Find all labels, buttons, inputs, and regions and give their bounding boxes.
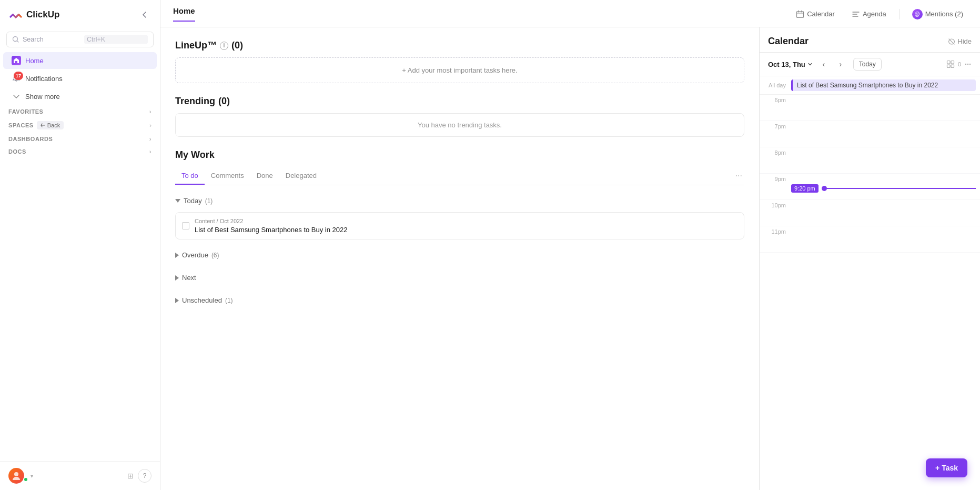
spaces-section[interactable]: SPACES Back ›	[0, 118, 160, 133]
spaces-back-label: Back	[47, 122, 60, 128]
time-label-8pm: 8pm	[760, 147, 791, 173]
collapse-sidebar-button[interactable]	[138, 8, 151, 22]
unscheduled-section-header[interactable]: Unscheduled (1)	[175, 293, 744, 307]
user-status-dot	[23, 477, 28, 482]
svg-point-7	[965, 64, 966, 65]
tab-todo-label: To do	[181, 172, 198, 179]
page-title: Home	[173, 6, 195, 22]
agenda-icon	[852, 10, 860, 18]
trending-section-title: Trending (0)	[175, 96, 744, 107]
sidebar-item-notifications[interactable]: 17 Notifications	[3, 70, 157, 87]
all-day-event[interactable]: List of Best Samsung Smartphones to Buy …	[791, 79, 976, 91]
content-area: LineUp™ i (0) + Add your most important …	[160, 27, 980, 490]
calendar-body: All day List of Best Samsung Smartphones…	[760, 76, 980, 490]
search-placeholder: Search	[23, 36, 81, 43]
tab-more-button[interactable]: ···	[733, 167, 744, 185]
overdue-section-header[interactable]: Overdue (6)	[175, 248, 744, 262]
lineup-count: (0)	[231, 40, 243, 51]
lineup-section-title: LineUp™ i (0)	[175, 40, 744, 51]
all-day-label: All day	[760, 82, 791, 88]
lineup-add-tasks[interactable]: + Add your most important tasks here.	[175, 57, 744, 83]
user-avatar[interactable]	[8, 468, 24, 484]
show-more-label: Show more	[25, 93, 60, 101]
task-checkbox[interactable]	[182, 222, 189, 229]
back-icon	[41, 123, 46, 128]
cal-date-chevron	[807, 61, 813, 67]
cal-today-label: Today	[859, 61, 876, 68]
tab-delegated[interactable]: Delegated	[279, 167, 323, 185]
time-slot-11pm: 11pm	[760, 226, 980, 253]
cal-more-icon[interactable]	[964, 61, 972, 68]
calendar-panel-title: Calendar	[768, 36, 809, 47]
svg-point-1	[14, 472, 18, 476]
calendar-panel: Calendar Hide Oct 13, Thu ‹ ›	[759, 27, 980, 490]
current-time-indicator: 9:20 pm	[791, 184, 976, 193]
favorites-section[interactable]: FAVORITES ›	[0, 105, 160, 118]
spaces-chevron: ›	[149, 122, 151, 128]
time-label-9pm: 9pm	[760, 174, 791, 199]
time-label-6pm: 6pm	[760, 95, 791, 121]
svg-rect-4	[951, 61, 954, 64]
next-section-header[interactable]: Next	[175, 271, 744, 285]
collapse-icon	[141, 11, 148, 18]
notifications-badge: 17	[14, 72, 23, 80]
calendar-hide-button[interactable]: Hide	[948, 37, 972, 45]
calendar-panel-header: Calendar Hide	[760, 27, 980, 53]
task-path: Content / Oct 2022	[195, 218, 737, 224]
search-shortcut: Ctrl+K	[84, 35, 148, 44]
svg-rect-5	[947, 65, 950, 68]
docs-section[interactable]: DOCS ›	[0, 145, 160, 158]
calendar-button[interactable]: Calendar	[792, 8, 839, 21]
time-label-10pm: 10pm	[760, 200, 791, 226]
avatar-dropdown-chevron[interactable]: ▾	[31, 473, 33, 479]
overdue-label: Overdue	[182, 251, 208, 259]
tab-comments-label: Comments	[211, 172, 244, 179]
overdue-expand-icon	[175, 253, 179, 258]
tab-comments[interactable]: Comments	[205, 167, 250, 185]
sidebar-item-show-more[interactable]: Show more	[3, 88, 157, 105]
agenda-button[interactable]: Agenda	[847, 8, 891, 21]
slot-content-11pm	[791, 226, 976, 252]
tab-todo[interactable]: To do	[175, 167, 205, 185]
slot-content-9pm: 9:20 pm	[791, 174, 976, 199]
add-task-fab[interactable]: + Task	[926, 458, 967, 477]
help-button[interactable]: ?	[138, 469, 151, 483]
page-title-wrap: Home	[173, 6, 195, 27]
task-item[interactable]: Content / Oct 2022 List of Best Samsung …	[175, 212, 744, 239]
time-slot-10pm: 10pm	[760, 200, 980, 226]
topbar-right: Calendar Agenda @ Mentions (2)	[792, 7, 967, 27]
search-bar[interactable]: Search Ctrl+K	[6, 32, 154, 47]
time-label-11pm: 11pm	[760, 226, 791, 252]
calendar-icon	[796, 10, 804, 18]
spaces-back-button[interactable]: Back	[37, 121, 64, 129]
apps-grid-icon[interactable]: ⊞	[127, 472, 134, 480]
overdue-section: Overdue (6)	[175, 248, 744, 262]
today-section-header[interactable]: Today (1)	[175, 194, 744, 208]
tab-done-label: Done	[257, 172, 273, 179]
calendar-btn-label: Calendar	[807, 10, 835, 18]
calendar-current-date[interactable]: Oct 13, Thu	[768, 61, 813, 68]
mentions-btn-label: Mentions (2)	[925, 10, 963, 18]
notifications-icon-wrap: 17	[12, 74, 21, 83]
cal-today-button[interactable]: Today	[853, 58, 882, 71]
tab-done[interactable]: Done	[250, 167, 279, 185]
logo: ClickUp	[8, 7, 59, 22]
unscheduled-label: Unscheduled	[182, 296, 222, 304]
task-title: List of Best Samsung Smartphones to Buy …	[195, 226, 737, 234]
current-time-label: 9:20 pm	[791, 184, 819, 193]
cal-view-icon[interactable]	[946, 60, 955, 68]
trending-count: (0)	[218, 96, 230, 107]
sidebar-item-home[interactable]: Home	[3, 52, 157, 69]
cal-next-button[interactable]: ›	[834, 58, 847, 71]
time-slot-8pm: 8pm	[760, 147, 980, 174]
app-name: ClickUp	[26, 9, 59, 20]
dashboards-label: DASHBOARDS	[8, 136, 53, 142]
home-icon	[12, 56, 21, 65]
slot-content-6pm	[791, 95, 976, 121]
mentions-button[interactable]: @ Mentions (2)	[908, 7, 967, 22]
sidebar: ClickUp Search Ctrl+K Home	[0, 0, 160, 490]
cal-prev-button[interactable]: ‹	[817, 58, 830, 71]
lineup-info-icon[interactable]: i	[220, 42, 228, 50]
dashboards-chevron: ›	[149, 136, 151, 142]
dashboards-section[interactable]: DASHBOARDS ›	[0, 133, 160, 145]
